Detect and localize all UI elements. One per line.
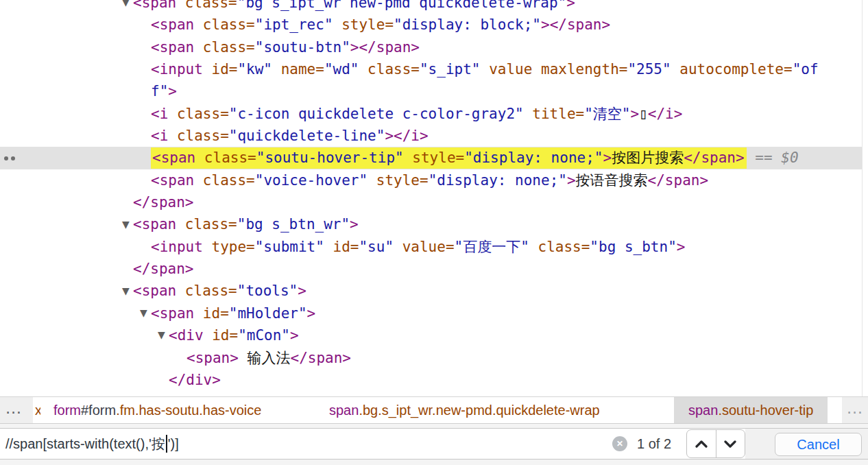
breadcrumb: form#form.fm.has-soutu.has-voicespan.bg.… — [0, 397, 868, 423]
search-input[interactable]: //span[starts-with(text(),'按 ')] — [5, 429, 179, 459]
dom-search-bar: //span[starts-with(text(),'按 ')] ✕ 1 of … — [0, 423, 868, 465]
dom-tree-line[interactable]: <i class="c-icon quickdelete c-color-gra… — [0, 103, 868, 125]
syntax-segment: value= — [394, 239, 455, 255]
syntax-segment: ></i> — [385, 128, 428, 144]
dom-tree-line[interactable]: <input type="submit" id="su" value="百度一下… — [0, 236, 868, 258]
syntax-segment: <div — [169, 327, 204, 344]
syntax-segment: "s_ipt" — [420, 61, 481, 78]
syntax-segment: "c-icon quickdelete c-color-gray2" — [229, 106, 524, 122]
search-query-text: ')] — [168, 436, 179, 452]
dom-tree-line[interactable]: <span class="soutu-btn"></span> — [0, 36, 868, 58]
breadcrumb-overflow-right-button[interactable]: … — [842, 397, 868, 423]
syntax-segment: title= — [524, 106, 585, 122]
crumb-segment: span — [688, 403, 718, 418]
syntax-segment: "ipt_rec" — [255, 16, 333, 33]
breadcrumb-crumb[interactable]: span.bg.s_ipt_wr.new-pmd.quickdelete-wra… — [329, 397, 600, 423]
disclosure-arrow-icon[interactable]: ▼ — [122, 213, 130, 235]
breadcrumb-crumb[interactable]: form#form.fm.has-soutu.has-voice — [53, 397, 261, 423]
syntax-segment: class= — [176, 0, 237, 11]
text-caret — [166, 435, 167, 453]
syntax-segment: </span> — [133, 261, 194, 277]
disclosure-arrow-icon[interactable]: ▼ — [140, 302, 147, 324]
dom-tree-line[interactable]: <span class="voice-hover" style="display… — [0, 169, 868, 191]
syntax-segment: type= — [203, 239, 255, 255]
syntax-segment: 按图片搜索 — [612, 150, 684, 166]
crumb-segment: .soutu-hover-tip — [718, 403, 813, 418]
dom-tree-line[interactable]: </span> — [0, 258, 868, 280]
syntax-segment: <span — [133, 216, 176, 232]
dom-tree-line[interactable]: ▼<span id="mHolder"> — [0, 302, 868, 324]
dom-tree-line-selected[interactable]: <span class="soutu-hover-tip" style="dis… — [0, 147, 862, 169]
syntax-segment: > — [307, 305, 316, 322]
syntax-segment: "display: none;" — [429, 172, 567, 189]
syntax-segment: </span> — [133, 194, 194, 211]
more-actions-icon[interactable] — [4, 156, 15, 160]
clear-search-icon[interactable]: ✕ — [612, 436, 627, 451]
scrollbar-gutter[interactable] — [862, 0, 868, 396]
syntax-segment: autocomplete= — [671, 61, 793, 78]
syntax-segment: id= — [204, 327, 239, 344]
syntax-segment: $0 — [781, 150, 798, 166]
dom-tree-line[interactable]: f"> — [0, 80, 868, 102]
syntax-segment: <span — [133, 283, 176, 299]
dom-tree-line[interactable]: <span> 输入法</span> — [0, 347, 868, 369]
syntax-segment: <span — [151, 172, 194, 189]
crumb-segment: form — [53, 403, 81, 418]
dom-tree-line[interactable]: ▼<span class="bg s_btn_wr"> — [0, 213, 868, 235]
syntax-segment: > — [350, 216, 359, 232]
dom-tree-line[interactable]: </span> — [0, 191, 868, 213]
syntax-segment: </span> — [684, 150, 745, 166]
cancel-button[interactable]: Cancel — [775, 433, 862, 456]
syntax-segment: style= — [404, 150, 465, 166]
syntax-segment: 输入法 — [239, 350, 291, 366]
syntax-segment: > — [631, 106, 640, 122]
syntax-segment: <span — [151, 305, 194, 322]
syntax-segment: "soutu-hover-tip" — [256, 150, 404, 166]
syntax-segment: id= — [203, 61, 238, 78]
syntax-segment: class= — [195, 150, 256, 166]
syntax-segment: style= — [333, 16, 394, 33]
syntax-segment: ></span> — [541, 16, 610, 33]
syntax-segment: <input — [151, 239, 203, 255]
syntax-segment: "kw" — [237, 61, 272, 78]
syntax-segment: "su" — [359, 239, 394, 255]
syntax-segment: > — [168, 83, 177, 99]
syntax-segment: == — [747, 150, 782, 166]
search-match-highlight: <span class="soutu-hover-tip" style="dis… — [151, 147, 747, 169]
syntax-segment: "255" — [627, 61, 671, 78]
dom-tree-line[interactable]: <input id="kw" name="wd" class="s_ipt" v… — [0, 58, 868, 80]
syntax-segment: "display: block;" — [394, 16, 541, 33]
previous-match-button[interactable] — [687, 430, 716, 457]
crumb-segment: #form — [81, 403, 116, 418]
search-query-text: //span[starts-with(text(),'按 — [5, 435, 165, 453]
ellipsis-icon: … — [846, 398, 863, 417]
syntax-segment: class= — [176, 216, 237, 232]
dom-tree-line[interactable]: <span class="ipt_rec" style="display: bl… — [0, 14, 868, 36]
syntax-segment: "soutu-btn" — [255, 39, 350, 56]
disclosure-arrow-icon[interactable]: ▼ — [158, 324, 165, 346]
disclosure-arrow-icon[interactable]: ▼ — [122, 0, 130, 13]
syntax-segment: </div> — [169, 372, 221, 388]
dom-tree-line[interactable]: ▼<span class="bg s_ipt_wr new-pmd quickd… — [0, 0, 868, 14]
dom-tree-line[interactable]: <i class="quickdelete-line"></i> — [0, 125, 868, 147]
breadcrumb-bar: … x form#form.fm.has-soutu.has-voicespan… — [0, 396, 868, 423]
dom-tree-line[interactable]: ▼<span class="tools"> — [0, 280, 868, 302]
syntax-segment: class= — [194, 16, 255, 33]
syntax-segment: class= — [359, 61, 420, 78]
disclosure-arrow-icon[interactable]: ▼ — [122, 279, 130, 301]
dom-tree-line[interactable]: </div> — [0, 369, 868, 391]
syntax-segment: class= — [176, 283, 237, 299]
syntax-segment: "voice-hover" — [255, 172, 367, 189]
next-match-button[interactable] — [716, 430, 745, 457]
syntax-segment: ></span> — [350, 39, 420, 56]
elements-panel-dom-tree: ▼<span class="bg s_ipt_wr new-pmd quickd… — [0, 0, 868, 396]
syntax-segment: > — [603, 150, 612, 166]
dom-tree-line[interactable]: ▼<div id="mCon"> — [0, 324, 868, 346]
syntax-segment: > — [677, 239, 686, 255]
syntax-segment: "mCon" — [238, 327, 290, 344]
syntax-segment: maxlength= — [532, 61, 627, 78]
search-bar-row: //span[starts-with(text(),'按 ')] ✕ 1 of … — [0, 429, 868, 459]
syntax-segment: id= — [194, 305, 229, 322]
breadcrumb-crumb-selected[interactable]: span.soutu-hover-tip — [674, 397, 828, 423]
syntax-segment: f" — [151, 83, 168, 99]
